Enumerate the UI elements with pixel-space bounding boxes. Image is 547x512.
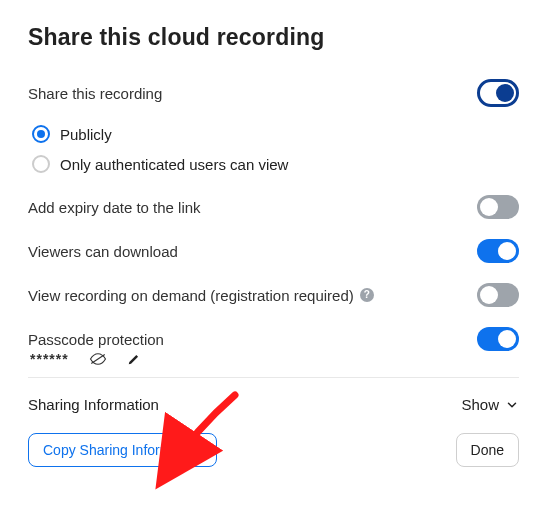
passcode-toggle[interactable]	[477, 327, 519, 351]
passcode-label: Passcode protection	[28, 331, 164, 348]
download-toggle[interactable]	[477, 239, 519, 263]
on-demand-label: View recording on demand (registration r…	[28, 287, 374, 304]
sharing-info-row: Sharing Information Show	[28, 382, 519, 433]
help-icon[interactable]: ?	[360, 288, 374, 302]
passcode-row: Passcode protection	[28, 317, 519, 355]
edit-passcode-icon[interactable]	[127, 352, 141, 366]
share-recording-row: Share this recording	[28, 69, 519, 117]
chevron-down-icon	[505, 398, 519, 412]
radio-selected-icon	[32, 125, 50, 143]
on-demand-toggle[interactable]	[477, 283, 519, 307]
share-recording-toggle[interactable]	[477, 79, 519, 107]
dialog-title: Share this cloud recording	[28, 24, 519, 51]
sharing-info-label: Sharing Information	[28, 396, 159, 413]
download-row: Viewers can download	[28, 229, 519, 273]
dialog-footer: Copy Sharing Information Done	[28, 433, 519, 467]
download-label: Viewers can download	[28, 243, 178, 260]
sharing-info-toggle-label: Show	[461, 396, 499, 413]
expiry-row: Add expiry date to the link	[28, 185, 519, 229]
visibility-publicly-label: Publicly	[60, 126, 112, 143]
share-recording-label: Share this recording	[28, 85, 162, 102]
divider	[28, 377, 519, 378]
sharing-info-toggle[interactable]: Show	[461, 396, 519, 413]
expiry-toggle[interactable]	[477, 195, 519, 219]
on-demand-row: View recording on demand (registration r…	[28, 273, 519, 317]
visibility-options: Publicly Only authenticated users can vi…	[28, 117, 519, 185]
visibility-authenticated-label: Only authenticated users can view	[60, 156, 288, 173]
passcode-masked: ******	[30, 351, 69, 367]
done-button[interactable]: Done	[456, 433, 519, 467]
copy-sharing-info-button[interactable]: Copy Sharing Information	[28, 433, 217, 467]
radio-unselected-icon	[32, 155, 50, 173]
passcode-value-row: ******	[28, 351, 519, 367]
visibility-publicly[interactable]: Publicly	[32, 119, 519, 149]
on-demand-text: View recording on demand (registration r…	[28, 287, 354, 304]
visibility-authenticated[interactable]: Only authenticated users can view	[32, 149, 519, 179]
expiry-label: Add expiry date to the link	[28, 199, 201, 216]
show-passcode-icon[interactable]	[89, 352, 107, 366]
